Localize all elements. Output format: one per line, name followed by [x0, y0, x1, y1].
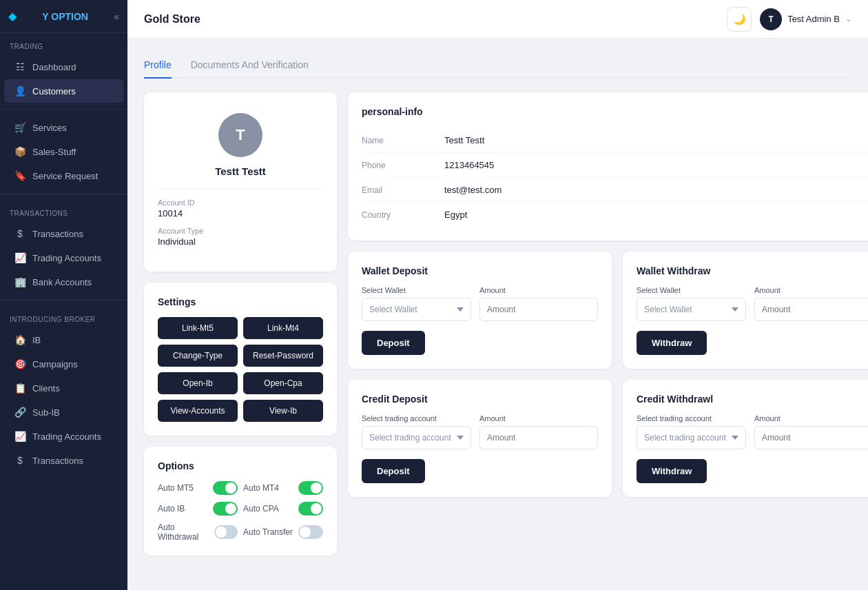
account-type-value: Individual — [158, 236, 323, 247]
credit-deposit-button[interactable]: Deposit — [362, 459, 425, 483]
sidebar-item-ib[interactable]: 🏠 IB — [4, 328, 123, 352]
credit-withdrawl-form-row: Select trading account Select trading ac… — [637, 414, 868, 449]
credit-withdrawl-amount-input[interactable] — [754, 426, 868, 449]
sidebar-item-label: Dashboard — [32, 62, 76, 72]
wallet-deposit-wallet-group: Select Wallet Select Wallet — [362, 286, 471, 321]
sidebar-item-transactions[interactable]: $ Transactions — [4, 222, 123, 245]
info-val-phone: 1213464545 — [444, 160, 494, 170]
sidebar-item-label: Clients — [32, 383, 60, 394]
sidebar-item-service-request[interactable]: 🔖 Service Request — [4, 164, 123, 187]
auto-mt5-toggle[interactable] — [213, 481, 238, 495]
credit-withdrawl-title: Credit Withdrawl — [637, 394, 868, 405]
sidebar-item-customers[interactable]: 👤 Customers — [4, 79, 123, 103]
reset-password-button[interactable]: Reset-Password — [243, 345, 323, 367]
wallet-deposit-form-row: Select Wallet Select Wallet Amount — [362, 286, 598, 321]
auto-ib-label: Auto IB — [158, 504, 185, 513]
services-icon: 🛒 — [14, 122, 26, 133]
info-val-country: Egypt — [444, 210, 467, 220]
option-auto-withdrawal: Auto Withdrawal — [158, 522, 238, 542]
transactions-icon: $ — [14, 228, 26, 239]
sidebar-logo: ◆ Y OPTION « — [0, 0, 127, 33]
sidebar-item-campaigns[interactable]: 🎯 Campaigns — [4, 352, 123, 376]
credit-deposit-title: Credit Deposit — [362, 394, 598, 405]
open-ib-button[interactable]: Open-Ib — [158, 372, 238, 394]
view-ib-button[interactable]: View-Ib — [243, 400, 323, 422]
view-accounts-button[interactable]: View-Accounts — [158, 400, 238, 422]
chevron-down-icon: ⌄ — [845, 14, 851, 23]
trading-accounts2-icon: 📈 — [14, 431, 26, 442]
credit-deposit-amount-group: Amount — [479, 414, 598, 449]
info-row-name: Name Testt Testt — [362, 128, 868, 153]
sidebar-item-label: Transactions — [32, 456, 83, 466]
dashboard-icon: ☷ — [14, 61, 26, 72]
info-key-name: Name — [362, 136, 444, 145]
auto-transfer-toggle[interactable] — [298, 525, 323, 539]
auto-ib-toggle[interactable] — [213, 502, 238, 516]
info-row-email: Email test@test.com — [362, 178, 868, 203]
transactions2-icon: $ — [14, 455, 26, 466]
logo-icon: ◆ — [8, 10, 17, 23]
sidebar-item-label: Trading Accounts — [32, 253, 101, 263]
sidebar-item-sub-ib[interactable]: 🔗 Sub-IB — [4, 400, 123, 424]
sidebar-item-trading-accounts2[interactable]: 📈 Trading Accounts — [4, 425, 123, 448]
sidebar: ◆ Y OPTION « Trading ☷ Dashboard 👤 Custo… — [0, 0, 127, 590]
wallet-deposit-button[interactable]: Deposit — [362, 331, 425, 355]
wallet-withdraw-title: Wallet Withdraw — [637, 265, 868, 276]
page-grid: T Testt Testt Account ID 10014 Account T… — [144, 92, 851, 556]
link-mt4-button[interactable]: Link-Mt4 — [243, 317, 323, 339]
left-column: T Testt Testt Account ID 10014 Account T… — [144, 92, 337, 556]
sidebar-item-transactions2[interactable]: $ Transactions — [4, 449, 123, 472]
credit-deposit-amount-label: Amount — [479, 414, 598, 423]
auto-cpa-toggle[interactable] — [298, 502, 323, 516]
collapse-button[interactable]: « — [114, 11, 119, 22]
sidebar-item-trading-accounts[interactable]: 📈 Trading Accounts — [4, 246, 123, 269]
sidebar-section-misc: 🛒 Services 📦 Sales-Stuff 🔖 Service Reque… — [0, 115, 127, 188]
auto-mt4-toggle[interactable] — [298, 481, 323, 495]
auto-mt5-label: Auto MT5 — [158, 483, 194, 493]
option-auto-cpa: Auto CPA — [243, 502, 323, 516]
tab-documents[interactable]: Documents And Verification — [191, 52, 309, 79]
bank-accounts-icon: 🏢 — [14, 276, 26, 287]
link-mt5-button[interactable]: Link-Mt5 — [158, 317, 238, 339]
service-request-icon: 🔖 — [14, 170, 26, 181]
option-auto-transfer: Auto Transfer — [243, 522, 323, 542]
change-type-button[interactable]: Change-Type — [158, 345, 238, 367]
sidebar-item-sales-stuff[interactable]: 📦 Sales-Stuff — [4, 140, 123, 163]
wallet-withdraw-wallet-select[interactable]: Select Wallet — [637, 298, 746, 321]
credit-deposit-account-group: Select trading account Select trading ac… — [362, 414, 471, 449]
info-key-email: Email — [362, 185, 444, 195]
info-key-country: Country — [362, 210, 444, 220]
credit-withdrawl-button[interactable]: Withdraw — [637, 459, 707, 483]
sidebar-section-ib: Introducing Broker 🏠 IB 🎯 Campaigns 📋 Cl… — [0, 306, 127, 473]
profile-name: Testt Testt — [158, 165, 323, 177]
profile-card: T Testt Testt Account ID 10014 Account T… — [144, 92, 337, 272]
credit-withdrawl-account-select[interactable]: Select trading account — [637, 426, 746, 449]
sidebar-item-clients[interactable]: 📋 Clients — [4, 376, 123, 400]
sidebar-item-dashboard[interactable]: ☷ Dashboard — [4, 55, 123, 79]
sidebar-item-bank-accounts[interactable]: 🏢 Bank Accounts — [4, 270, 123, 294]
wallet-deposit-amount-input[interactable] — [479, 298, 598, 321]
auto-withdrawal-toggle[interactable] — [214, 525, 238, 539]
sidebar-item-label: Service Request — [32, 171, 98, 181]
wallet-withdraw-amount-group: Amount — [754, 286, 868, 321]
wallet-withdraw-amount-label: Amount — [754, 286, 868, 294]
topbar-right: 🌙 T Test Admin B ⌄ — [727, 7, 851, 32]
auto-cpa-label: Auto CPA — [243, 504, 279, 513]
account-id-value: 10014 — [158, 208, 323, 218]
theme-toggle-button[interactable]: 🌙 — [727, 7, 752, 32]
user-menu[interactable]: T Test Admin B ⌄ — [760, 8, 851, 30]
tab-profile[interactable]: Profile — [144, 52, 172, 79]
wallet-deposit-wallet-select[interactable]: Select Wallet — [362, 298, 471, 321]
sidebar-item-label: Campaigns — [32, 359, 78, 369]
credit-deposit-card: Credit Deposit Select trading account Se… — [348, 380, 612, 497]
campaigns-icon: 🎯 — [14, 358, 26, 369]
sidebar-item-services[interactable]: 🛒 Services — [4, 116, 123, 139]
open-cpa-button[interactable]: Open-Cpa — [243, 372, 323, 394]
main-area: Gold Store 🌙 T Test Admin B ⌄ Profile Do… — [127, 0, 868, 590]
credit-deposit-account-select[interactable]: Select trading account — [362, 426, 471, 449]
sidebar-item-label: Trading Accounts — [32, 431, 101, 442]
wallet-withdraw-amount-input[interactable] — [754, 298, 868, 321]
topbar: Gold Store 🌙 T Test Admin B ⌄ — [127, 0, 868, 39]
wallet-withdraw-button[interactable]: Withdraw — [637, 331, 707, 355]
credit-deposit-amount-input[interactable] — [479, 426, 598, 449]
